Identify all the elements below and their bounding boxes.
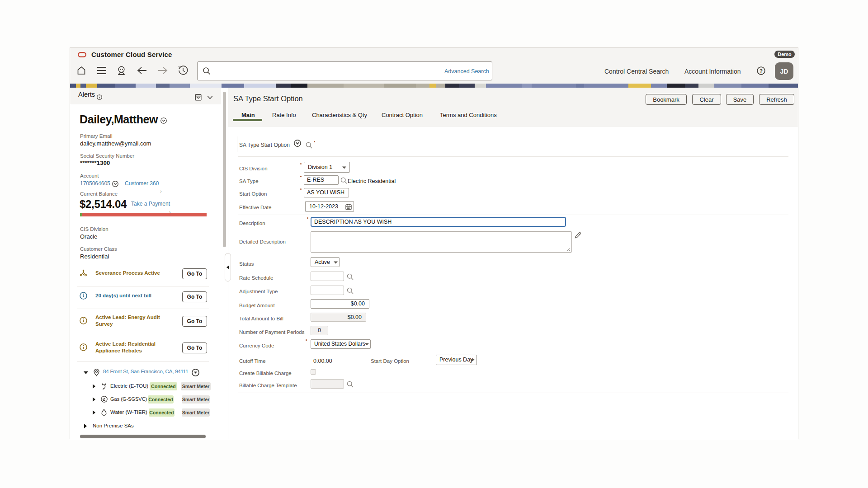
svg-text:?: ? [760,68,763,74]
